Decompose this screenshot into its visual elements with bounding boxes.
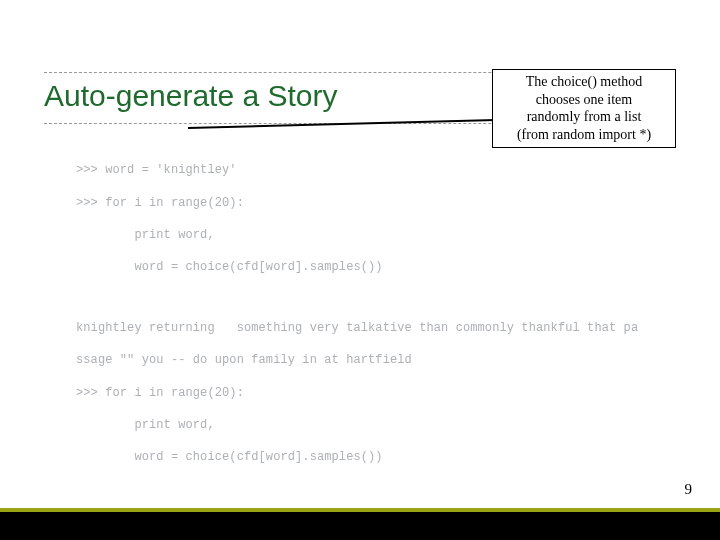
code-line: print word, — [76, 417, 668, 433]
code-line: >>> word = 'knightley' — [76, 162, 668, 178]
footer-bar — [0, 508, 720, 540]
callout-text-line: randomly from a list — [497, 108, 671, 126]
page-number: 9 — [685, 481, 693, 498]
code-block: >>> word = 'knightley' >>> for i in rang… — [76, 146, 668, 540]
code-line: >>> for i in range(20): — [76, 385, 668, 401]
code-line: word = choice(cfd[word].samples()) — [76, 259, 668, 275]
code-line: print word, — [76, 227, 668, 243]
callout-text-line: chooses one item — [497, 91, 671, 109]
callout-box: The choice() method chooses one item ran… — [492, 69, 676, 148]
code-line: knightley returning something very talka… — [76, 320, 668, 336]
callout-text-line: (from random import *) — [497, 126, 671, 144]
callout-text-line: The choice() method — [497, 73, 671, 91]
slide: Auto-generate a Story The choice() metho… — [0, 0, 720, 540]
code-line: word = choice(cfd[word].samples()) — [76, 449, 668, 465]
code-line: >>> for i in range(20): — [76, 195, 668, 211]
code-line: ssage "" you -- do upon family in at har… — [76, 352, 668, 368]
